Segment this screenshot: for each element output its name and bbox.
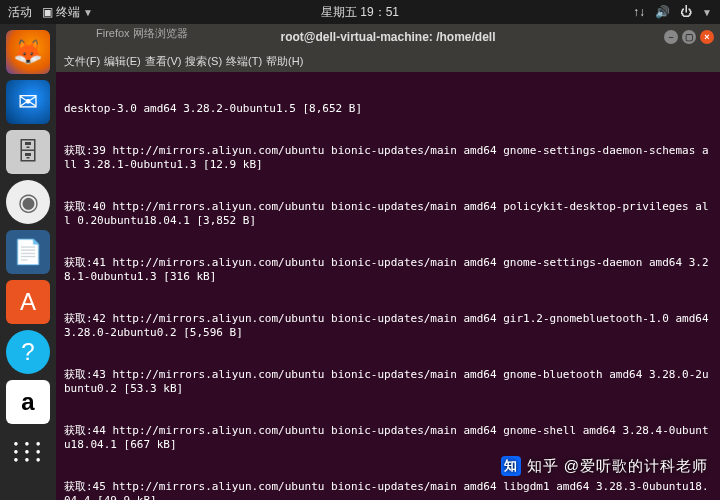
sound-icon[interactable]: 🔊 <box>655 5 670 19</box>
menu-terminal[interactable]: 终端(T) <box>226 54 262 69</box>
line: 获取:43 http://mirrors.aliyun.com/ubuntu b… <box>64 368 712 396</box>
system-menu-icon[interactable]: ▼ <box>702 7 712 18</box>
dock-rhythmbox[interactable]: ◉ <box>6 180 50 224</box>
window-title: root@dell-virtual-machine: /home/dell <box>280 30 495 44</box>
menubar: 文件(F) 编辑(E) 查看(V) 搜索(S) 终端(T) 帮助(H) <box>56 50 720 72</box>
zhihu-icon: 知 <box>501 456 521 476</box>
network-icon[interactable]: ↑↓ <box>633 5 645 19</box>
power-icon[interactable]: ⏻ <box>680 5 692 19</box>
dock-amazon[interactable]: a <box>6 380 50 424</box>
clock[interactable]: 星期五 19：51 <box>321 4 399 21</box>
menu-search[interactable]: 搜索(S) <box>185 54 222 69</box>
line: 获取:41 http://mirrors.aliyun.com/ubuntu b… <box>64 256 712 284</box>
maximize-button[interactable]: ▢ <box>682 30 696 44</box>
dock-libreoffice[interactable]: 📄 <box>6 230 50 274</box>
line: 获取:42 http://mirrors.aliyun.com/ubuntu b… <box>64 312 712 340</box>
dock-software[interactable]: A <box>6 280 50 324</box>
gnome-topbar: 活动 ▣ 终端 ▼ 星期五 19：51 ↑↓ 🔊 ⏻ ▼ <box>0 0 720 24</box>
dock-firefox[interactable]: 🦊 <box>6 30 50 74</box>
menu-file[interactable]: 文件(F) <box>64 54 100 69</box>
line: 获取:39 http://mirrors.aliyun.com/ubuntu b… <box>64 144 712 172</box>
titlebar[interactable]: Firefox 网络浏览器 root@dell-virtual-machine:… <box>56 24 720 50</box>
close-button[interactable]: × <box>700 30 714 44</box>
dock-help[interactable]: ? <box>6 330 50 374</box>
terminal-window: Firefox 网络浏览器 root@dell-virtual-machine:… <box>56 24 720 500</box>
watermark: 知 知乎 @爱听歌的计科老师 <box>501 456 708 476</box>
app-menu[interactable]: ▣ 终端 ▼ <box>42 4 93 21</box>
line: desktop-3.0 amd64 3.28.2-0ubuntu1.5 [8,6… <box>64 102 712 116</box>
line: 获取:45 http://mirrors.aliyun.com/ubuntu b… <box>64 480 712 500</box>
dock-show-apps[interactable]: ● ● ●● ● ●● ● ● <box>6 430 50 474</box>
menu-view[interactable]: 查看(V) <box>145 54 182 69</box>
line: 获取:44 http://mirrors.aliyun.com/ubuntu b… <box>64 424 712 452</box>
tooltip: Firefox 网络浏览器 <box>96 26 188 41</box>
terminal-output[interactable]: desktop-3.0 amd64 3.28.2-0ubuntu1.5 [8,6… <box>56 72 720 500</box>
dock-files[interactable]: 🗄 <box>6 130 50 174</box>
minimize-button[interactable]: – <box>664 30 678 44</box>
dock: 🦊 ✉ 🗄 ◉ 📄 A ? a ● ● ●● ● ●● ● ● <box>0 24 56 500</box>
dock-thunderbird[interactable]: ✉ <box>6 80 50 124</box>
menu-edit[interactable]: 编辑(E) <box>104 54 141 69</box>
line: 获取:40 http://mirrors.aliyun.com/ubuntu b… <box>64 200 712 228</box>
menu-help[interactable]: 帮助(H) <box>266 54 303 69</box>
activities[interactable]: 活动 <box>8 4 32 21</box>
